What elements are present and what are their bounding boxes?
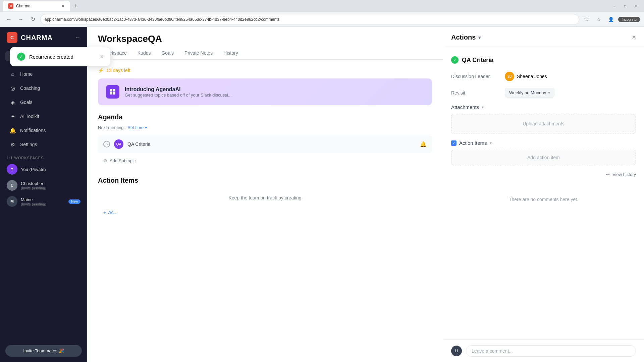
plus-icon: + <box>103 210 106 215</box>
sidebar-back-button[interactable]: ← <box>75 35 80 41</box>
workspace-item-christopher[interactable]: C Christopher (Invite pending) <box>0 177 87 193</box>
trial-banner: ⚡ 13 days left <box>98 68 432 73</box>
browser-tab[interactable]: C Charma × <box>3 1 70 11</box>
tab-history[interactable]: History <box>218 47 244 60</box>
panel-footer: U Leave a comment... <box>443 340 644 362</box>
promo-banner[interactable]: Introducing AgendaAI Get suggested topic… <box>98 78 432 105</box>
agenda-title: Agenda <box>98 113 432 121</box>
invite-teammates-button[interactable]: Invite Teammates 🎉 <box>5 345 82 357</box>
browser-chrome: C Charma × + − □ × ← → ↻ app.charma.com/… <box>0 0 644 27</box>
toolbar-icons: 🛡 ☆ 👤 Incognito <box>582 15 640 24</box>
next-meeting-label: Next meeting: <box>98 125 125 130</box>
minimize-button[interactable]: − <box>612 3 617 9</box>
attachments-label: Attachments <box>451 104 479 110</box>
sidebar-item-settings[interactable]: ⚙ Settings <box>3 138 85 151</box>
workspace-item-you[interactable]: Y You (Private) <box>0 161 87 177</box>
attachments-header[interactable]: Attachments ▾ <box>451 104 636 110</box>
close-window-button[interactable]: × <box>633 3 639 9</box>
promo-icon <box>106 85 119 99</box>
action-items-checkbox[interactable] <box>451 140 457 146</box>
panel-title: Actions ▾ <box>451 34 481 41</box>
logo-text: CHARMA <box>21 34 53 42</box>
workspace-item-maine[interactable]: M Maine (Invite pending) New <box>0 193 87 209</box>
main-header: WorkspaceQA <box>87 27 443 44</box>
panel-item-name: QA Criteria <box>462 57 493 64</box>
workspace-title: WorkspaceQA <box>98 34 432 44</box>
agenda-item-qa-criteria[interactable]: ○ QA QA Criteria 🔔 <box>98 135 432 153</box>
logo-icon: C <box>7 32 17 43</box>
star-icon[interactable]: ☆ <box>594 15 603 24</box>
discussion-leader-label: Discussion Leader <box>451 74 505 79</box>
sidebar-item-label: AI Toolkit <box>20 114 39 119</box>
leader-name: Sheena Jones <box>517 74 547 79</box>
tab-bar: C Charma × + − □ × <box>0 0 644 12</box>
panel-title-chevron[interactable]: ▾ <box>478 35 481 40</box>
action-items-header: Action Items ▾ <box>451 140 636 146</box>
agenda-section: Agenda Next meeting: Set time ▾ ○ QA QA … <box>98 113 432 166</box>
svg-rect-2 <box>110 92 112 95</box>
action-items-chevron-icon[interactable]: ▾ <box>490 141 492 145</box>
agenda-item-title: QA Criteria <box>127 141 416 147</box>
commenter-avatar: U <box>451 346 462 356</box>
view-history-button[interactable]: ↩ View history <box>451 172 636 177</box>
add-action-item-button[interactable]: Add action item <box>451 150 636 165</box>
new-badge: New <box>68 199 80 204</box>
revisit-value: Weekly on Monday <box>509 90 546 95</box>
coaching-icon: ◎ <box>9 85 16 92</box>
svg-rect-3 <box>113 92 115 95</box>
tab-kudos[interactable]: Kudos <box>132 47 156 60</box>
workspace-info-christopher: Christopher (Invite pending) <box>21 181 80 190</box>
workspaces-section-title: 1:1 Workspaces <box>0 152 87 161</box>
sidebar-item-coaching[interactable]: ◎ Coaching <box>3 81 85 95</box>
svg-rect-0 <box>110 89 112 92</box>
item-check-icon: ✓ <box>451 56 459 64</box>
sidebar-item-label: Home <box>20 71 33 77</box>
discussion-leader-row: Discussion Leader SJ Sheena Jones <box>451 72 636 81</box>
sidebar-item-label: Notifications <box>20 128 46 133</box>
refresh-button[interactable]: ↻ <box>28 15 38 24</box>
app-container: C CHARMA ← 🔍 ⌂ Home ◎ Coaching ◈ Goals <box>0 27 644 362</box>
revisit-chevron-icon: ▾ <box>548 90 550 95</box>
profile-icon[interactable]: 👤 <box>606 15 615 24</box>
set-time-button[interactable]: Set time ▾ <box>127 125 147 130</box>
goals-icon: ◈ <box>9 99 16 106</box>
add-subtopic-button[interactable]: ⊕ Add Subtopic <box>98 156 432 166</box>
attachments-section: Attachments ▾ Upload attachments <box>451 104 636 133</box>
keep-track-text: Keep the team on track by creating <box>98 188 432 207</box>
panel-body: ✓ QA Criteria Discussion Leader SJ Sheen… <box>443 48 644 340</box>
revisit-button[interactable]: Weekly on Monday ▾ <box>505 88 554 98</box>
back-button[interactable]: ← <box>4 15 13 24</box>
attachments-chevron-icon: ▾ <box>482 105 484 110</box>
upload-attachments-button[interactable]: Upload attachments <box>451 114 636 133</box>
toast-message: Recurrence created <box>29 54 96 60</box>
main-content: WorkspaceQA Workspace Kudos Goals Privat… <box>87 27 443 362</box>
avatar-maine: M <box>7 196 17 207</box>
agenda-item-check[interactable]: ○ <box>103 141 110 147</box>
history-icon: ↩ <box>606 172 610 177</box>
comments-empty-state: There are no comments here yet. <box>451 182 636 217</box>
new-tab-button[interactable]: + <box>71 1 80 11</box>
bell-icon[interactable]: 🔔 <box>420 141 427 147</box>
panel-close-button[interactable]: × <box>632 34 636 41</box>
sidebar-item-goals[interactable]: ◈ Goals <box>3 96 85 109</box>
home-icon: ⌂ <box>9 71 16 77</box>
comment-field[interactable]: Leave a comment... <box>466 345 636 357</box>
forward-button[interactable]: → <box>16 15 25 24</box>
sidebar-item-notifications[interactable]: 🔔 Notifications <box>3 124 85 137</box>
address-bar[interactable]: app.charma.com/workspaces/a6e00ac2-1ac0-… <box>40 14 579 25</box>
sidebar-item-home[interactable]: ⌂ Home <box>3 67 85 81</box>
toast-close-button[interactable]: × <box>100 53 104 60</box>
close-tab-button[interactable]: × <box>62 3 64 9</box>
promo-subtitle: Get suggested topics based off of your S… <box>125 93 231 98</box>
sidebar-item-ai-toolkit[interactable]: ✦ AI Toolkit <box>3 110 85 123</box>
comment-input-area: U Leave a comment... <box>451 345 636 357</box>
tab-goals[interactable]: Goals <box>156 47 179 60</box>
trial-icon: ⚡ <box>98 68 104 73</box>
action-items-label: Action Items <box>459 140 487 146</box>
sidebar-logo: C CHARMA ← <box>0 27 87 48</box>
sidebar-item-label: Coaching <box>20 85 40 91</box>
next-meeting: Next meeting: Set time ▾ <box>98 125 432 130</box>
tab-private-notes[interactable]: Private Notes <box>179 47 218 60</box>
maximize-button[interactable]: □ <box>623 3 628 9</box>
add-action-button[interactable]: + Ac... <box>98 207 432 218</box>
